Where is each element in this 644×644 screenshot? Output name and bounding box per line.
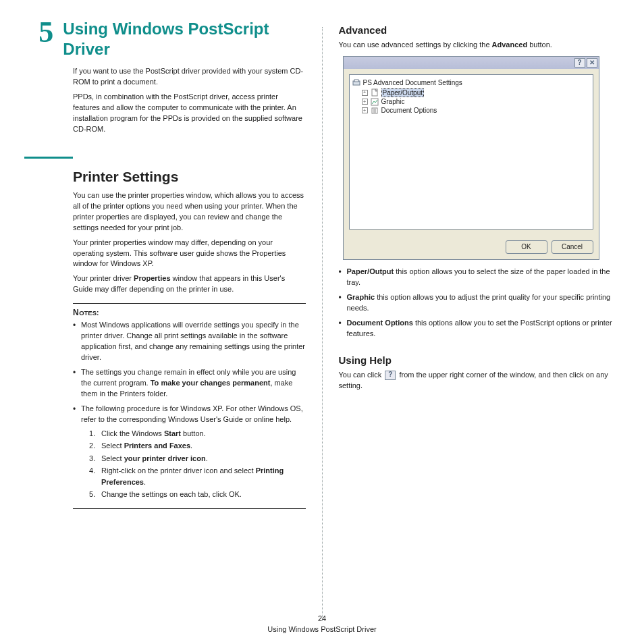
- note-1: Most Windows applications will override …: [73, 320, 306, 363]
- step-5: Change the settings on each tab, click O…: [89, 489, 306, 500]
- tree-children: + Paper/Output +: [362, 88, 590, 115]
- notes-top-rule: [73, 303, 306, 304]
- tree-root-label: PS Advanced Document Settings: [363, 79, 462, 86]
- opt-paper-output: Paper/Output this option allows you to s…: [339, 267, 620, 288]
- tree-item-graphic[interactable]: + Graphic: [362, 98, 590, 106]
- tree-pane[interactable]: PS Advanced Document Settings + Paper/Ou…: [349, 74, 593, 230]
- close-button[interactable]: ✕: [587, 58, 597, 68]
- advanced-dialog-screenshot: ? ✕ PS Advanced Document Settings: [343, 56, 599, 260]
- step-2: Select Printers and Faxes.: [89, 440, 306, 452]
- para3-b: Properties: [134, 274, 170, 282]
- tree-item-label: Paper/Output: [381, 88, 424, 97]
- advanced-heading: Advanced: [339, 24, 620, 36]
- opt-graphic: Graphic this option allows you to adjust…: [339, 292, 620, 314]
- two-column-layout: 5 Using Windows PostScript Driver If you…: [24, 19, 620, 613]
- note-2: The settings you change remain in effect…: [73, 367, 306, 400]
- step-3: Select your printer driver icon.: [89, 453, 306, 464]
- dialog-footer: OK Cancel: [344, 235, 599, 259]
- section-rule-accent: [24, 157, 73, 159]
- paper-icon: [371, 88, 379, 97]
- page: 5 Using Windows PostScript Driver If you…: [0, 0, 644, 644]
- right-column: Advanced You can use advanced settings b…: [323, 19, 620, 613]
- page-number: 24: [0, 614, 644, 624]
- chapter-header: 5 Using Windows PostScript Driver: [24, 19, 306, 59]
- advanced-intro: You can use advanced settings by clickin…: [339, 40, 620, 51]
- printer-settings-section: Printer Settings You can use the printer…: [73, 168, 306, 509]
- expand-icon[interactable]: +: [362, 107, 368, 113]
- using-help-text: You can click ? from the upper right cor…: [339, 370, 620, 392]
- tree-item-paper-output[interactable]: + Paper/Output: [362, 88, 590, 97]
- steps-list: Click the Windows Start button. Select P…: [89, 428, 306, 500]
- printer-icon: [352, 79, 360, 87]
- dialog-body: PS Advanced Document Settings + Paper/Ou…: [344, 69, 599, 235]
- using-help-heading: Using Help: [339, 354, 620, 366]
- para-1: You can use the printer properties windo…: [73, 190, 306, 234]
- intro-block: If you want to use the PostScript driver…: [73, 66, 306, 135]
- section-heading: Printer Settings: [73, 168, 306, 185]
- help-icon: ?: [385, 371, 396, 380]
- advanced-options-list: Paper/Output this option allows you to s…: [339, 267, 620, 340]
- cancel-button[interactable]: Cancel: [552, 240, 593, 254]
- expand-icon[interactable]: +: [362, 99, 368, 105]
- para-3: Your printer driver Properties window th…: [73, 273, 306, 295]
- tree-item-document-options[interactable]: + Document Options: [362, 107, 590, 115]
- dialog-window: ? ✕ PS Advanced Document Settings: [343, 56, 599, 260]
- opt-document-options: Document Options this options allow you …: [339, 318, 620, 340]
- chapter-title: Using Windows PostScript Driver: [63, 19, 305, 59]
- chapter-number: 5: [24, 18, 53, 47]
- step-4: Right-click on the printer driver icon a…: [89, 465, 306, 487]
- note2-b: To make your changes permanent: [151, 379, 271, 387]
- running-title: Using Windows PostScript Driver: [0, 624, 644, 635]
- tree-item-label: Graphic: [381, 98, 405, 105]
- tree-item-label: Document Options: [381, 107, 437, 114]
- help-button[interactable]: ?: [574, 58, 585, 68]
- page-footer: 24 Using Windows PostScript Driver: [0, 614, 644, 635]
- document-options-icon: [371, 107, 379, 115]
- para3-a: Your printer driver: [73, 274, 134, 282]
- left-column: 5 Using Windows PostScript Driver If you…: [24, 19, 322, 613]
- step-1: Click the Windows Start button.: [89, 428, 306, 439]
- intro-paragraph-2: PPDs, in combination with the PostScript…: [73, 92, 306, 135]
- notes-bottom-rule: [73, 508, 306, 509]
- ok-button[interactable]: OK: [506, 240, 547, 254]
- notes-list: Most Windows applications will override …: [73, 320, 306, 500]
- graphic-icon: [371, 98, 379, 106]
- note-3: The following procedure is for Windows X…: [73, 404, 306, 500]
- dialog-titlebar: ? ✕: [344, 57, 599, 69]
- intro-paragraph-1: If you want to use the PostScript driver…: [73, 66, 306, 88]
- expand-icon[interactable]: +: [362, 90, 368, 96]
- section-divider: [24, 157, 306, 159]
- notes-label: NOTES:: [73, 308, 306, 317]
- tree-root[interactable]: PS Advanced Document Settings: [352, 79, 590, 87]
- svg-rect-1: [354, 80, 358, 82]
- note3-text: The following procedure is for Windows X…: [81, 404, 303, 423]
- para-2: Your printer properties window may diffe…: [73, 238, 306, 270]
